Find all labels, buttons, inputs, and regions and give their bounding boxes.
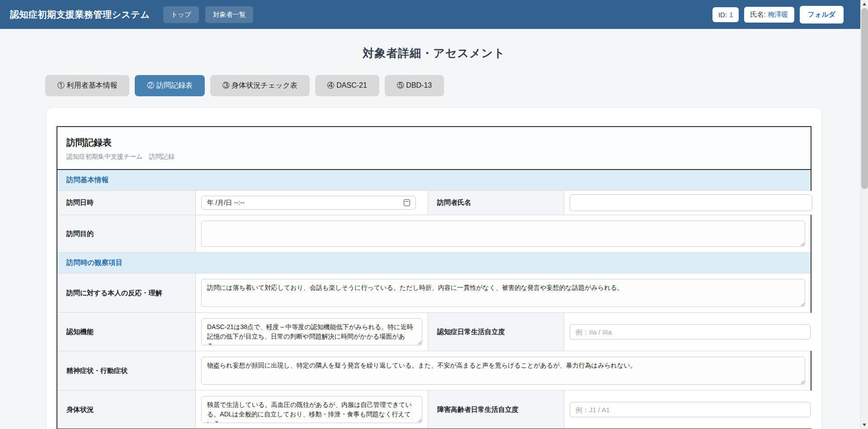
row-visit-datetime: 訪問日時 年 /月/日 --:-- 訪問者氏名 <box>57 190 811 215</box>
reaction-label: 訪問に対する本人の反応・理解 <box>57 273 196 312</box>
visit-purpose-label: 訪問目的 <box>57 215 196 252</box>
row-cognition: 認知機能 DASC-21は38点で、軽度～中等度の認知機能低下がみられる。特に近… <box>57 312 811 351</box>
cognition-label: 認知機能 <box>57 313 196 351</box>
form-subtitle: 認知症初期集中支援チーム 訪問記録 <box>66 153 802 161</box>
cognition-cell: DASC-21は38点で、軽度～中等度の認知機能低下がみられる。特に近時記憶の低… <box>196 313 428 351</box>
tab-physical-check[interactable]: ③ 身体状況チェック表 <box>210 75 310 96</box>
reaction-cell: 訪問には落ち着いて対応しており、会話も楽しそうに行っている。ただし時折、内容に一… <box>196 273 811 312</box>
row-reaction: 訪問に対する本人の反応・理解 訪問には落ち着いて対応しており、会話も楽しそうに行… <box>57 273 811 312</box>
form-title: 訪問記録表 <box>66 137 802 149</box>
psych-label: 精神症状・行動症状 <box>57 351 196 390</box>
elderly-independence-cell <box>564 391 816 429</box>
visit-purpose-textarea[interactable] <box>201 221 805 247</box>
reaction-textarea[interactable]: 訪問には落ち着いて対応しており、会話も楽しそうに行っている。ただし時折、内容に一… <box>201 279 805 307</box>
subject-id-value: 1 <box>729 11 733 19</box>
physical-label: 身体状況 <box>57 391 196 429</box>
visit-datetime-cell: 年 /月/日 --:-- <box>196 191 428 215</box>
visitor-name-cell <box>564 191 818 215</box>
nav-top-button[interactable]: トップ <box>163 6 199 23</box>
app-title: 認知症初期支援業務管理システム <box>10 9 150 21</box>
visit-record-card: 訪問記録表 認知症初期集中支援チーム 訪問記録 訪問基本情報 訪問日時 年 /月… <box>47 108 821 429</box>
row-psych: 精神症状・行動症状 物盗られ妄想が頻回に出現し、特定の隣人を疑う発言を繰り返して… <box>57 351 811 390</box>
visit-datetime-input[interactable]: 年 /月/日 --:-- <box>201 196 416 210</box>
scrollbar-thumb[interactable] <box>861 8 868 189</box>
psych-cell: 物盗られ妄想が頻回に出現し、特定の隣人を疑う発言を繰り返している。また、不安が高… <box>196 351 811 390</box>
elderly-independence-input[interactable] <box>570 402 811 417</box>
visitor-name-label: 訪問者氏名 <box>428 191 564 215</box>
scroll-up-arrow-icon[interactable] <box>861 0 868 8</box>
navbar-right: ID: 1 氏名: 梅澤暖 フォルダ <box>712 6 844 24</box>
folder-button[interactable]: フォルダ <box>800 6 844 24</box>
tab-dasc21[interactable]: ④ DASC-21 <box>315 75 379 96</box>
tab-visit-record[interactable]: ② 訪問記録表 <box>135 75 204 96</box>
assessment-tabs: ① 利用者基本情報 ② 訪問記録表 ③ 身体状況チェック表 ④ DASC-21 … <box>0 75 868 96</box>
dementia-independence-cell <box>564 313 816 351</box>
vertical-scrollbar[interactable] <box>860 0 868 429</box>
tab-dbd13[interactable]: ⑤ DBD-13 <box>385 75 444 96</box>
section-observation: 訪問時の観察項目 <box>57 252 811 273</box>
calendar-icon[interactable] <box>404 199 410 206</box>
visit-datetime-label: 訪問日時 <box>57 191 196 215</box>
subject-id-badge: ID: 1 <box>712 7 739 22</box>
physical-textarea[interactable]: 独居で生活している。高血圧の既往があるが、内服は自己管理できている。ADLは全般… <box>201 396 422 423</box>
dementia-independence-input[interactable] <box>570 324 811 339</box>
table-head: 訪問記録表 認知症初期集中支援チーム 訪問記録 <box>57 127 811 170</box>
subject-id-label: ID: <box>718 11 727 19</box>
elderly-independence-label: 障害高齢者日常生活自立度 <box>428 391 564 429</box>
page-title: 対象者詳細・アセスメント <box>0 46 868 61</box>
top-navbar: 認知症初期支援業務管理システム トップ 対象者一覧 ID: 1 氏名: 梅澤暖 … <box>0 0 868 29</box>
subject-name-label: 氏名: <box>750 10 765 19</box>
visitor-name-input[interactable] <box>570 194 812 211</box>
psych-textarea[interactable]: 物盗られ妄想が頻回に出現し、特定の隣人を疑う発言を繰り返している。また、不安が高… <box>201 357 805 385</box>
cognition-textarea[interactable]: DASC-21は38点で、軽度～中等度の認知機能低下がみられる。特に近時記憶の低… <box>201 318 422 345</box>
section-basic-info: 訪問基本情報 <box>57 170 811 190</box>
tab-basic-info[interactable]: ① 利用者基本情報 <box>45 75 129 96</box>
visit-datetime-value: 年 /月/日 --:-- <box>207 198 245 207</box>
physical-cell: 独居で生活している。高血圧の既往があるが、内服は自己管理できている。ADLは全般… <box>196 391 428 429</box>
row-physical: 身体状況 独居で生活している。高血圧の既往があるが、内服は自己管理できている。A… <box>57 390 811 429</box>
subject-name-value: 梅澤暖 <box>768 10 788 19</box>
subject-name-badge: 氏名: 梅澤暖 <box>744 7 794 23</box>
visit-record-table: 訪問記録表 認知症初期集中支援チーム 訪問記録 訪問基本情報 訪問日時 年 /月… <box>57 126 811 429</box>
nav-subject-list-button[interactable]: 対象者一覧 <box>205 6 254 23</box>
dementia-independence-label: 認知症日常生活自立度 <box>428 313 564 351</box>
nav-links: トップ 対象者一覧 <box>163 6 253 23</box>
visit-purpose-cell <box>196 215 811 252</box>
scroll-down-arrow-icon[interactable] <box>861 421 868 429</box>
row-visit-purpose: 訪問目的 <box>57 215 811 252</box>
